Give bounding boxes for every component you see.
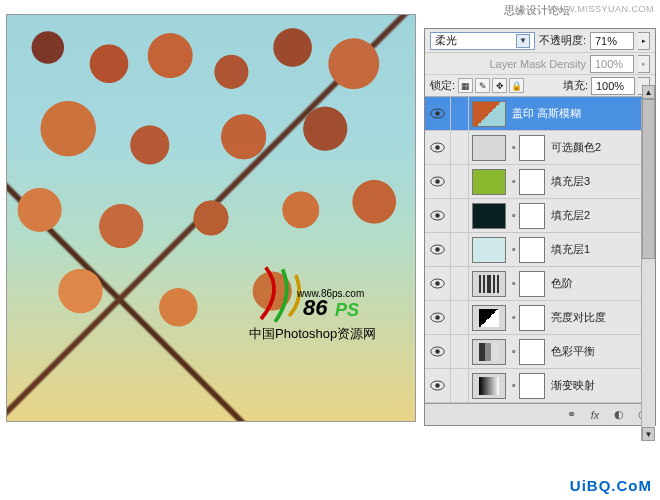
layer-row[interactable]: ⚬渐变映射 xyxy=(425,369,655,403)
layer-thumbnail[interactable] xyxy=(472,339,506,365)
layer-thumbnail[interactable] xyxy=(472,305,506,331)
layer-mask-thumb[interactable] xyxy=(519,237,545,263)
layer-spacer xyxy=(451,267,469,300)
layer-name[interactable]: 盖印 高斯模糊 xyxy=(512,106,581,121)
watermark-cn: 中国Photoshop资源网 xyxy=(249,325,376,343)
visibility-toggle[interactable] xyxy=(425,131,451,164)
fill-input[interactable]: 100% xyxy=(591,77,635,95)
layer-name[interactable]: 填充层3 xyxy=(551,174,590,189)
visibility-toggle[interactable] xyxy=(425,199,451,232)
header-site-url: WWW.MISSYUAN.COM xyxy=(548,4,654,14)
blend-mode-value: 柔光 xyxy=(435,33,457,48)
blend-mode-select[interactable]: 柔光 ▼ xyxy=(430,32,535,50)
layers-panel-footer: ⚭ fx ◐ ◑ xyxy=(425,403,655,425)
link-icon: ⚬ xyxy=(509,313,519,323)
layer-spacer xyxy=(451,199,469,232)
layer-mask-thumb[interactable] xyxy=(519,203,545,229)
layer-spacer xyxy=(451,233,469,266)
visibility-toggle[interactable] xyxy=(425,369,451,402)
layer-thumbnail[interactable] xyxy=(472,237,506,263)
layer-mask-thumb[interactable] xyxy=(519,135,545,161)
layer-name[interactable]: 亮度对比度 xyxy=(551,310,606,325)
lock-label: 锁定: xyxy=(430,78,455,93)
layer-row[interactable]: 盖印 高斯模糊 xyxy=(425,97,655,131)
link-icon: ⚬ xyxy=(509,177,519,187)
layer-thumbnail[interactable] xyxy=(472,373,506,399)
fill-label: 填充: xyxy=(563,78,588,93)
layer-name[interactable]: 渐变映射 xyxy=(551,378,595,393)
layer-thumbnail[interactable] xyxy=(472,203,506,229)
layer-spacer xyxy=(451,97,469,130)
link-icon: ⚬ xyxy=(509,211,519,221)
svg-point-17 xyxy=(435,383,440,388)
scroll-down-icon[interactable]: ▼ xyxy=(642,427,655,441)
watermark-brand-num: 86 xyxy=(303,295,327,321)
link-icon: ⚬ xyxy=(509,279,519,289)
layer-row[interactable]: ⚬亮度对比度 xyxy=(425,301,655,335)
watermark-brand-ps: PS xyxy=(335,300,359,321)
svg-point-1 xyxy=(435,111,440,116)
link-icon: ⚬ xyxy=(509,347,519,357)
svg-point-13 xyxy=(435,315,440,320)
layer-mask-thumb[interactable] xyxy=(519,169,545,195)
visibility-toggle[interactable] xyxy=(425,97,451,130)
opacity-stepper[interactable]: ▸ xyxy=(638,32,650,50)
layer-mask-thumb[interactable] xyxy=(519,339,545,365)
opacity-input[interactable]: 71% xyxy=(590,32,634,50)
layer-spacer xyxy=(451,301,469,334)
layer-mask-icon[interactable]: ◐ xyxy=(611,407,627,423)
layer-name[interactable]: 填充层1 xyxy=(551,242,590,257)
layer-row[interactable]: ⚬填充层1 xyxy=(425,233,655,267)
visibility-toggle[interactable] xyxy=(425,301,451,334)
lock-all-icon[interactable]: 🔒 xyxy=(509,78,524,93)
layers-scrollbar[interactable]: ▲ ▼ xyxy=(641,99,655,441)
svg-point-9 xyxy=(435,247,440,252)
link-layers-icon[interactable]: ⚭ xyxy=(563,407,579,423)
link-icon: ⚬ xyxy=(509,143,519,153)
link-icon: ⚬ xyxy=(509,381,519,391)
layer-thumbnail[interactable] xyxy=(472,135,506,161)
layer-row[interactable]: ⚬色阶 xyxy=(425,267,655,301)
lock-transparency-icon[interactable]: ▦ xyxy=(458,78,473,93)
scroll-up-icon[interactable]: ▲ xyxy=(642,85,655,99)
layer-spacer xyxy=(451,369,469,402)
lock-position-icon[interactable]: ✥ xyxy=(492,78,507,93)
layer-mask-thumb[interactable] xyxy=(519,271,545,297)
visibility-toggle[interactable] xyxy=(425,335,451,368)
layer-list: 盖印 高斯模糊⚬可选颜色2⚬填充层3⚬填充层2⚬填充层1⚬色阶⚬亮度对比度⚬色彩… xyxy=(425,97,655,403)
layer-spacer xyxy=(451,131,469,164)
svg-point-11 xyxy=(435,281,440,286)
layer-name[interactable]: 色彩平衡 xyxy=(551,344,595,359)
layer-name[interactable]: 填充层2 xyxy=(551,208,590,223)
layer-mask-thumb[interactable] xyxy=(519,305,545,331)
layer-row[interactable]: ⚬色彩平衡 xyxy=(425,335,655,369)
visibility-toggle[interactable] xyxy=(425,267,451,300)
link-icon: ⚬ xyxy=(509,245,519,255)
layer-thumbnail[interactable] xyxy=(472,169,506,195)
visibility-toggle[interactable] xyxy=(425,233,451,266)
footer-brand: UiBQ.CoM xyxy=(570,477,652,494)
layer-row[interactable]: ⚬填充层3 xyxy=(425,165,655,199)
opacity-label: 不透明度: xyxy=(539,33,586,48)
chevron-down-icon: ▼ xyxy=(516,34,530,48)
scrollbar-thumb[interactable] xyxy=(642,99,655,259)
layer-spacer xyxy=(451,335,469,368)
layer-fx-icon[interactable]: fx xyxy=(587,407,603,423)
document-canvas[interactable]: www.86ps.com 86 PS 中国Photoshop资源网 xyxy=(6,14,416,422)
visibility-toggle[interactable] xyxy=(425,165,451,198)
mask-density-stepper: ▸ xyxy=(638,55,650,73)
layer-name[interactable]: 可选颜色2 xyxy=(551,140,601,155)
layer-row[interactable]: ⚬填充层2 xyxy=(425,199,655,233)
canvas-image xyxy=(7,15,415,421)
layer-thumbnail[interactable] xyxy=(472,271,506,297)
layer-row[interactable]: ⚬可选颜色2 xyxy=(425,131,655,165)
mask-density-input: 100% xyxy=(590,55,634,73)
layer-mask-thumb[interactable] xyxy=(519,373,545,399)
layers-panel: 柔光 ▼ 不透明度: 71% ▸ Layer Mask Density 100%… xyxy=(424,28,656,426)
layer-thumbnail[interactable] xyxy=(472,101,506,127)
lock-pixels-icon[interactable]: ✎ xyxy=(475,78,490,93)
svg-point-5 xyxy=(435,179,440,184)
mask-density-label: Layer Mask Density xyxy=(489,58,586,70)
svg-point-3 xyxy=(435,145,440,150)
layer-name[interactable]: 色阶 xyxy=(551,276,573,291)
